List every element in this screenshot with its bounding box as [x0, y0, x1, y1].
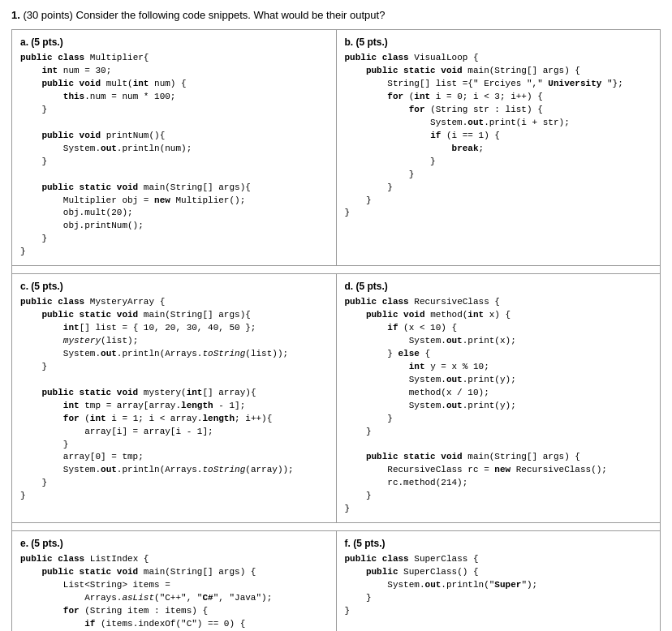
grid-container: a. (5 pts.) public class Multiplier{ int… — [11, 29, 661, 631]
cell-d-header: d. (5 pts.) — [345, 281, 653, 292]
grid-row-3: e. (5 pts.) public class ListIndex { pub… — [12, 531, 660, 631]
grid-row-1: a. (5 pts.) public class Multiplier{ int… — [12, 30, 660, 266]
question-points: (30 points) — [23, 9, 72, 21]
cell-d: d. (5 pts.) public class RecursiveClass … — [337, 274, 661, 522]
question-number: 1. — [11, 9, 20, 21]
cell-e-code: public class ListIndex { public static v… — [20, 553, 328, 631]
cell-a-code: public class Multiplier{ int num = 30; p… — [20, 52, 328, 259]
spacer-1 — [12, 266, 660, 274]
spacer-2 — [12, 523, 660, 531]
cell-f-header: f. (5 pts.) — [345, 538, 653, 549]
cell-a: a. (5 pts.) public class Multiplier{ int… — [12, 30, 337, 265]
cell-c: c. (5 pts.) public class MysteryArray { … — [12, 274, 337, 522]
grid-row-2: c. (5 pts.) public class MysteryArray { … — [12, 274, 660, 523]
cell-c-code: public class MysteryArray { public stati… — [20, 296, 328, 503]
cell-f-code: public class SuperClass { public SuperCl… — [345, 553, 653, 631]
cell-e-header: e. (5 pts.) — [20, 538, 328, 549]
cell-d-code: public class RecursiveClass { public voi… — [345, 296, 653, 516]
cell-f: f. (5 pts.) public class SuperClass { pu… — [337, 531, 661, 631]
cell-b: b. (5 pts.) public class VisualLoop { pu… — [337, 30, 661, 265]
cell-c-header: c. (5 pts.) — [20, 281, 328, 292]
question-header: 1. (30 points) Consider the following co… — [11, 8, 661, 23]
cell-a-header: a. (5 pts.) — [20, 36, 328, 48]
question-text: Consider the following code snippets. Wh… — [76, 9, 386, 21]
cell-b-header: b. (5 pts.) — [345, 36, 653, 48]
cell-b-code: public class VisualLoop { public static … — [345, 52, 653, 220]
cell-e: e. (5 pts.) public class ListIndex { pub… — [12, 531, 337, 631]
